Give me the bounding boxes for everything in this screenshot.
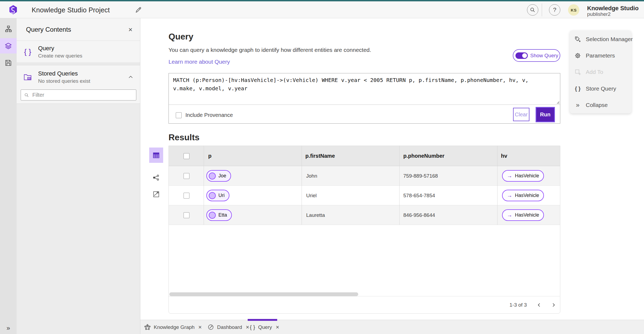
run-button[interactable]: Run: [536, 107, 555, 122]
tab-close-icon[interactable]: ×: [246, 324, 249, 331]
dashboard-icon: [207, 324, 214, 331]
entity-pill[interactable]: Uri: [206, 190, 229, 201]
menu-item-parameters[interactable]: Parameters: [570, 47, 631, 64]
relation-pill[interactable]: →HasVehicle: [502, 170, 544, 182]
learn-more-link[interactable]: Learn more about Query: [169, 59, 230, 65]
row-checkbox[interactable]: [184, 173, 189, 179]
tab-dashboard[interactable]: Dashboard ×: [207, 320, 249, 334]
relation-pill[interactable]: →HasVehicle: [502, 209, 544, 221]
panel-item-query[interactable]: { } Query Create new queries: [17, 41, 140, 62]
topbar-divider: [542, 3, 542, 16]
relation-pill[interactable]: →HasVehicle: [502, 190, 544, 201]
pagination-bar: 1-3 of 3: [169, 296, 560, 314]
cell-phonenumber: 759-889-57168: [403, 173, 438, 179]
avatar[interactable]: KS: [568, 4, 579, 16]
cell-phonenumber: 578-654-7854: [403, 193, 435, 199]
tab-query[interactable]: { } Query ×: [250, 320, 279, 334]
entity-dot-icon: [209, 192, 216, 199]
row-checkbox[interactable]: [184, 212, 189, 218]
relation-label: HasVehicle: [515, 173, 539, 179]
menu-item-label: Store Query: [586, 85, 616, 92]
search-icon: [530, 7, 536, 13]
include-provenance-label: Include Provenance: [185, 112, 233, 118]
table-view-button[interactable]: [149, 148, 163, 163]
table-row[interactable]: Uri Uriel 578-654-7854 →HasVehicle: [169, 186, 560, 205]
user-name: Knowledge Studio: [587, 5, 639, 12]
rail-item-layers[interactable]: [0, 38, 17, 53]
expand-rail-button[interactable]: »: [0, 324, 17, 332]
rail-item-save[interactable]: [0, 55, 17, 70]
rail-item-hierarchy[interactable]: [0, 21, 17, 37]
knowledge-graph-icon: [144, 324, 151, 331]
row-checkbox[interactable]: [184, 193, 189, 199]
cell-firstname: John: [306, 173, 317, 179]
arrow-right-icon: →: [507, 192, 512, 199]
chevron-right-icon: [551, 302, 556, 308]
pagination-next-button[interactable]: [548, 299, 559, 311]
layers-icon: [5, 42, 12, 50]
panel-close-icon[interactable]: ×: [125, 24, 136, 35]
pagination-prev-button[interactable]: [533, 299, 545, 311]
panel-lower-area: [17, 103, 140, 334]
entity-dot-icon: [209, 212, 216, 219]
entity-pill[interactable]: Etta: [206, 209, 232, 221]
include-provenance-checkbox[interactable]: [176, 112, 182, 118]
menu-item-selection-manager[interactable]: Selection Manager: [570, 31, 631, 48]
menu-item-label: Add To: [586, 69, 603, 75]
filter-input-box[interactable]: [21, 89, 136, 100]
gear-icon: [574, 52, 581, 59]
project-title: Knowledge Studio Project: [32, 6, 110, 14]
help-button[interactable]: ?: [549, 4, 560, 16]
graph-view-button[interactable]: [149, 170, 163, 185]
query-textarea[interactable]: MATCH (p:Person)-[hv:HasVehicle]->(v:Veh…: [173, 76, 545, 93]
column-header-phonenumber[interactable]: p.phoneNumber: [403, 153, 444, 159]
select-all-checkbox[interactable]: [184, 153, 189, 159]
column-header-firstname[interactable]: p.firstName: [305, 153, 335, 159]
entity-pill[interactable]: Joe: [206, 170, 231, 182]
braces-icon: { }: [21, 48, 34, 56]
page-title: Query: [169, 32, 193, 42]
chevron-up-icon[interactable]: [128, 74, 134, 80]
include-provenance-group[interactable]: Include Provenance: [176, 112, 233, 118]
column-header-hv[interactable]: hv: [501, 153, 507, 159]
entity-label: Uri: [218, 193, 225, 198]
menu-item-store-query[interactable]: { } Store Query: [570, 80, 631, 97]
results-title: Results: [169, 132, 200, 142]
table-header-row: p p.firstName p.phoneNumber hv: [169, 146, 560, 166]
table-row[interactable]: Joe John 759-889-57168 →HasVehicle: [169, 166, 560, 186]
search-button[interactable]: [527, 4, 538, 16]
query-footer: Include Provenance Clear Run: [169, 105, 560, 124]
show-query-toggle-group[interactable]: Show Query: [513, 49, 560, 62]
filter-input[interactable]: [32, 92, 133, 98]
tab-knowledge-graph[interactable]: Knowledge Graph ×: [144, 320, 202, 334]
column-header-p[interactable]: p: [208, 153, 211, 159]
cell-phonenumber: 846-956-8644: [403, 212, 435, 218]
query-item-subtitle: Create new queries: [38, 53, 82, 59]
tab-close-icon[interactable]: ×: [276, 324, 279, 331]
panel-section-gap: [17, 62, 140, 66]
menu-item-collapse[interactable]: » Collapse: [570, 97, 631, 113]
collapse-icon: »: [574, 101, 581, 109]
arrow-right-icon: →: [507, 173, 512, 179]
edit-title-icon[interactable]: [135, 6, 142, 13]
cell-firstname: Lauretta: [306, 212, 325, 218]
route-view-button[interactable]: [149, 186, 163, 202]
show-query-toggle[interactable]: [515, 52, 528, 59]
results-table: p p.firstName p.phoneNumber hv Joe John …: [169, 146, 560, 314]
tab-close-icon[interactable]: ×: [198, 324, 202, 331]
menu-item-label: Selection Manager: [586, 36, 633, 42]
panel-item-stored-queries[interactable]: Stored Queries No stored queries exist: [17, 66, 140, 89]
entity-label: Joe: [218, 173, 226, 179]
user-role: publisher2: [587, 11, 611, 17]
table-row[interactable]: Etta Lauretta 846-956-8644 →HasVehicle: [169, 205, 560, 225]
main-content: Query You can query a knowledge graph to…: [140, 18, 644, 320]
clear-button[interactable]: Clear: [513, 108, 529, 121]
stored-queries-title: Stored Queries: [38, 70, 90, 77]
horizontal-scrollbar[interactable]: [169, 292, 358, 296]
query-item-title: Query: [38, 45, 82, 52]
network-icon: [152, 174, 160, 181]
toggle-knob: [522, 53, 527, 58]
floating-action-menu: Selection Manager Parameters Add To { } …: [570, 30, 631, 113]
resize-handle-icon[interactable]: [556, 100, 559, 104]
app-logo-icon[interactable]: [9, 5, 17, 15]
